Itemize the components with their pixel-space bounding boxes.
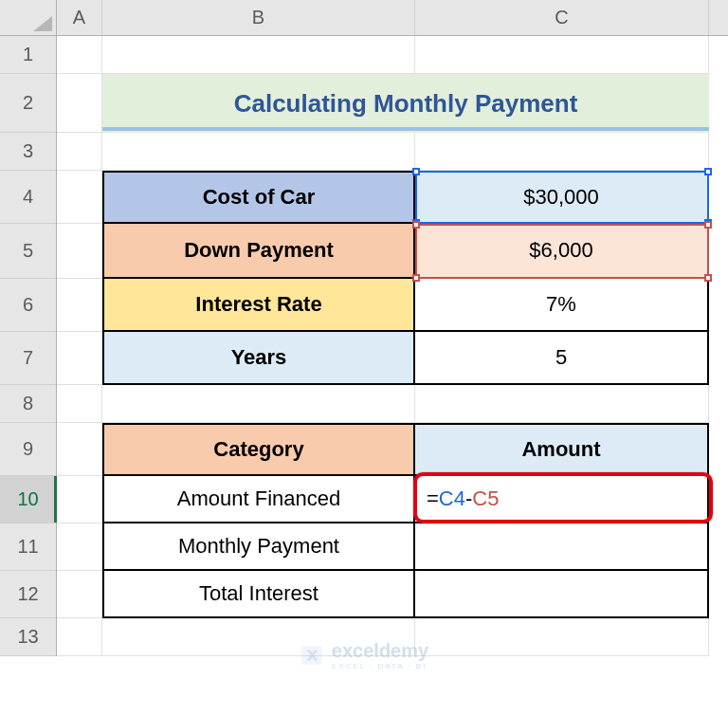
title-cell[interactable]: Calculating Monthly Payment — [102, 74, 709, 133]
column-headers: A B C — [57, 0, 728, 36]
amount-financed-label-cell[interactable]: Amount Financed — [102, 476, 415, 523]
row-header-12[interactable]: 12 — [0, 571, 56, 618]
title-underline — [102, 127, 709, 131]
category-header-cell[interactable]: Category — [102, 423, 415, 476]
cell-C1[interactable] — [415, 36, 709, 74]
row-header-2[interactable]: 2 — [0, 74, 56, 133]
cell-C12[interactable] — [415, 571, 709, 618]
years-label-cell[interactable]: Years — [102, 332, 415, 385]
monthly-payment-label: Monthly Payment — [178, 534, 339, 559]
watermark-name: exceldemy — [332, 640, 428, 661]
row-header-1[interactable]: 1 — [0, 36, 56, 74]
col-header-C[interactable]: C — [415, 0, 709, 35]
years-value-cell[interactable]: 5 — [415, 332, 709, 385]
row-header-8[interactable]: 8 — [0, 385, 56, 423]
cell-A1[interactable] — [57, 36, 102, 74]
cell-A9[interactable] — [57, 423, 102, 476]
cell-B3[interactable] — [102, 133, 415, 171]
formula-ref-c5: C5 — [472, 487, 499, 511]
cost-value-cell[interactable]: $30,000 — [415, 171, 709, 224]
total-interest-label-cell[interactable]: Total Interest — [102, 571, 415, 618]
cost-label: Cost of Car — [203, 185, 316, 210]
cell-B1[interactable] — [102, 36, 415, 74]
formula-text: =C4-C5 — [427, 487, 499, 511]
rate-label: Interest Rate — [195, 292, 321, 317]
amount-financed-label: Amount Financed — [177, 487, 340, 511]
cell-A11[interactable] — [57, 523, 102, 571]
formula-ref-c4: C4 — [439, 487, 465, 511]
row-headers: 12345678910111213 — [0, 36, 57, 656]
row-header-3[interactable]: 3 — [0, 133, 56, 171]
amount-header: Amount — [521, 437, 600, 462]
excel-icon — [300, 643, 324, 668]
row-header-9[interactable]: 9 — [0, 423, 56, 476]
row-header-11[interactable]: 11 — [0, 523, 56, 571]
rate-value-cell[interactable]: 7% — [415, 279, 709, 332]
row-header-6[interactable]: 6 — [0, 279, 56, 332]
down-value: $6,000 — [529, 238, 592, 263]
cell-A13[interactable] — [57, 618, 102, 656]
worksheet-grid[interactable]: Calculating Monthly Payment Cost of Car … — [57, 36, 728, 716]
row-header-4[interactable]: 4 — [0, 171, 56, 224]
cell-A4[interactable] — [57, 171, 102, 224]
formula-equals: = — [427, 487, 439, 511]
total-interest-label: Total Interest — [199, 581, 318, 606]
col-header-A[interactable]: A — [57, 0, 102, 35]
row-header-5[interactable]: 5 — [0, 224, 56, 279]
cell-A3[interactable] — [57, 133, 102, 171]
monthly-payment-label-cell[interactable]: Monthly Payment — [102, 523, 415, 571]
down-value-cell[interactable]: $6,000 — [415, 224, 709, 279]
row-header-7[interactable]: 7 — [0, 332, 56, 385]
select-all-corner[interactable] — [0, 0, 57, 36]
cell-A2[interactable] — [57, 74, 102, 133]
rate-value: 7% — [546, 292, 576, 317]
watermark-sub: EXCEL · DATA · BI — [332, 662, 428, 670]
amount-header-cell[interactable]: Amount — [415, 423, 709, 476]
rate-label-cell[interactable]: Interest Rate — [102, 279, 415, 332]
cost-value: $30,000 — [523, 185, 599, 210]
row-header-10[interactable]: 10 — [0, 476, 56, 523]
watermark: exceldemy EXCEL · DATA · BI — [300, 640, 428, 670]
cell-A5[interactable] — [57, 224, 102, 279]
cell-A8[interactable] — [57, 385, 102, 423]
row-header-13[interactable]: 13 — [0, 618, 56, 656]
years-value: 5 — [555, 345, 567, 370]
cell-A6[interactable] — [57, 279, 102, 332]
down-label: Down Payment — [184, 238, 334, 263]
category-header: Category — [213, 437, 303, 462]
cell-C11[interactable] — [415, 523, 709, 571]
col-header-B[interactable]: B — [102, 0, 415, 35]
cell-A7[interactable] — [57, 332, 102, 385]
cost-label-cell[interactable]: Cost of Car — [102, 171, 415, 224]
cell-B8[interactable] — [102, 385, 415, 423]
title-text: Calculating Monthly Payment — [234, 89, 578, 119]
down-label-cell[interactable]: Down Payment — [102, 224, 415, 279]
cell-C13[interactable] — [415, 618, 709, 656]
cell-C8[interactable] — [415, 385, 709, 423]
years-label: Years — [231, 345, 287, 370]
formula-minus: - — [465, 487, 472, 511]
cell-A10[interactable] — [57, 476, 102, 523]
cell-A12[interactable] — [57, 571, 102, 618]
cell-C3[interactable] — [415, 133, 709, 171]
formula-cell-c10[interactable]: =C4-C5 — [415, 476, 709, 523]
